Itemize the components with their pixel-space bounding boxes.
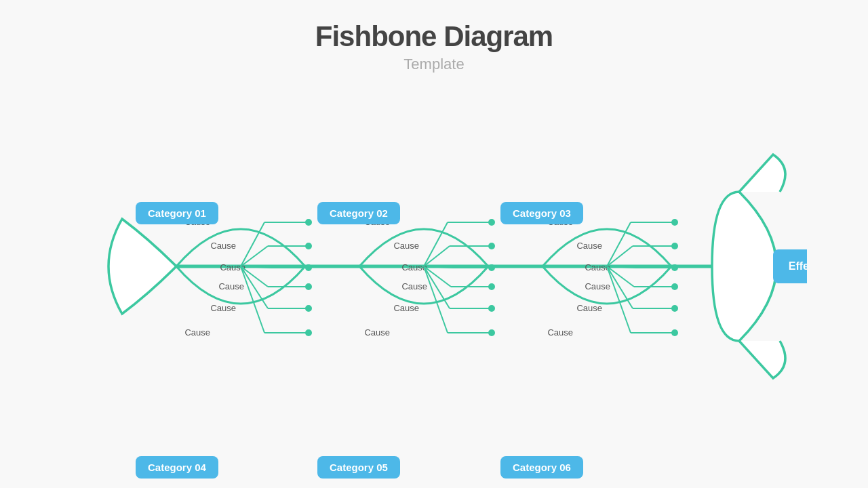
category-06-badge: Category 06 — [500, 456, 583, 479]
svg-text:Cause: Cause — [576, 241, 602, 251]
svg-point-70 — [671, 305, 678, 312]
svg-point-54 — [671, 219, 678, 226]
svg-point-42 — [488, 283, 495, 290]
svg-point-10 — [305, 243, 312, 249]
page-subtitle: Template — [315, 56, 553, 73]
svg-text:Cause: Cause — [393, 303, 419, 313]
svg-point-34 — [488, 243, 495, 249]
page-title: Fishbone Diagram — [315, 20, 553, 53]
svg-text:Cause: Cause — [210, 241, 236, 251]
category-05-badge: Category 05 — [317, 456, 400, 479]
svg-point-30 — [488, 219, 495, 226]
svg-text:Cause: Cause — [576, 303, 602, 313]
svg-point-18 — [305, 283, 312, 290]
svg-point-66 — [671, 283, 678, 290]
fishbone-diagram: Effect Cause Cause Cause Cause Cause — [61, 87, 807, 446]
svg-text:Cause: Cause — [401, 262, 427, 272]
svg-text:Cause: Cause — [585, 262, 610, 272]
svg-text:Cause: Cause — [401, 281, 427, 291]
svg-text:Cause: Cause — [393, 241, 419, 251]
svg-point-46 — [488, 305, 495, 312]
svg-point-22 — [305, 305, 312, 312]
svg-point-26 — [305, 329, 312, 336]
svg-text:Cause: Cause — [210, 303, 236, 313]
svg-point-74 — [671, 329, 678, 336]
category-03-badge: Category 03 — [500, 202, 583, 224]
svg-point-58 — [671, 243, 678, 249]
svg-text:Cause: Cause — [547, 327, 573, 338]
svg-line-32 — [424, 246, 450, 266]
svg-text:Cause: Cause — [184, 327, 210, 338]
svg-text:Cause: Cause — [364, 327, 390, 338]
svg-text:Cause: Cause — [585, 281, 610, 291]
svg-text:Effect: Effect — [789, 260, 807, 272]
svg-line-56 — [607, 246, 633, 266]
category-04-badge: Category 04 — [136, 456, 218, 479]
svg-point-6 — [305, 219, 312, 226]
category-02-badge: Category 02 — [317, 202, 400, 224]
svg-point-50 — [488, 329, 495, 336]
category-01-badge: Category 01 — [136, 202, 218, 224]
svg-text:Cause: Cause — [218, 281, 244, 291]
